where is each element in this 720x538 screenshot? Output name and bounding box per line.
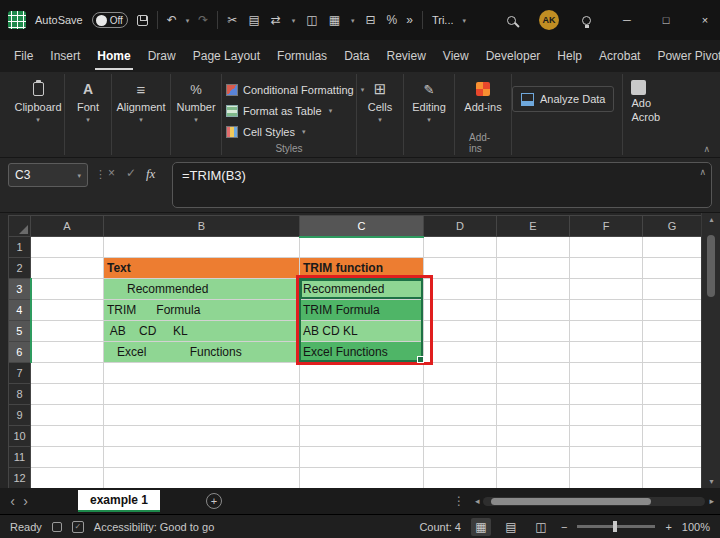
cell-A9[interactable] — [31, 405, 104, 426]
row-header-6[interactable]: 6 — [9, 342, 31, 363]
tab-page-layout[interactable]: Page Layout — [193, 49, 260, 63]
zoom-level[interactable]: 100% — [682, 521, 710, 533]
tab-developer[interactable]: Developer — [486, 49, 541, 63]
cell-C1[interactable] — [300, 237, 424, 258]
vertical-scrollbar-thumb[interactable] — [707, 235, 715, 297]
row-header-11[interactable]: 11 — [9, 447, 31, 468]
cell-F12[interactable] — [570, 468, 643, 489]
clipboard-group-button[interactable]: Clipboard ▾ — [12, 72, 64, 157]
analyze-data-button[interactable]: Analyze Data — [512, 86, 614, 112]
cell-E8[interactable] — [497, 384, 570, 405]
cell-G10[interactable] — [643, 426, 702, 447]
undo-icon[interactable]: ↶ — [167, 14, 177, 26]
close-button[interactable]: × — [690, 0, 720, 40]
cell-G4[interactable] — [643, 300, 702, 321]
fill-handle[interactable] — [417, 356, 424, 363]
alignment-group-button[interactable]: ≡ Alignment ▾ — [112, 72, 170, 157]
avatar[interactable]: AK — [539, 10, 559, 30]
cell-E9[interactable] — [497, 405, 570, 426]
column-header-A[interactable]: A — [31, 216, 104, 237]
cell-G7[interactable] — [643, 363, 702, 384]
horizontal-scrollbar[interactable]: ◂ ▸ — [475, 496, 714, 506]
cell-G3[interactable] — [643, 279, 702, 300]
column-header-E[interactable]: E — [497, 216, 570, 237]
tab-power-pivot[interactable]: Power Pivot — [657, 49, 720, 63]
macro-record-icon[interactable] — [52, 522, 62, 532]
scroll-right-icon[interactable]: ▸ — [709, 496, 714, 506]
cell-F5[interactable] — [570, 321, 643, 342]
cell-G6[interactable] — [643, 342, 702, 363]
scroll-up-icon[interactable]: ▴ — [702, 215, 720, 224]
page-break-view-icon[interactable]: ◫ — [531, 518, 551, 536]
accessibility-status[interactable]: Accessibility: Good to go — [94, 521, 214, 533]
cell-A12[interactable] — [31, 468, 104, 489]
tab-review[interactable]: Review — [386, 49, 425, 63]
cell-D10[interactable] — [424, 426, 497, 447]
row-header-3[interactable]: 3 — [9, 279, 31, 300]
lightbulb-icon[interactable] — [582, 16, 591, 25]
cell-G5[interactable] — [643, 321, 702, 342]
cell-C11[interactable] — [300, 447, 424, 468]
formula-input[interactable]: =TRIM(B3) — [172, 162, 712, 208]
qat-overflow-icon[interactable]: » — [406, 14, 413, 26]
tab-acrobat[interactable]: Acrobat — [599, 49, 640, 63]
tab-file[interactable]: File — [14, 49, 33, 63]
collapse-ribbon-icon[interactable]: ∧ — [703, 144, 710, 154]
scroll-left-icon[interactable]: ◂ — [475, 496, 480, 506]
cell-A8[interactable] — [31, 384, 104, 405]
number-group-button[interactable]: % Number ▾ — [171, 72, 221, 157]
cell-E7[interactable] — [497, 363, 570, 384]
qat-caret-icon[interactable]: ▾ — [351, 17, 355, 24]
cell-F8[interactable] — [570, 384, 643, 405]
cell-E3[interactable] — [497, 279, 570, 300]
sheet-tab-example-1[interactable]: example 1 — [78, 490, 160, 512]
excel-logo-icon[interactable] — [8, 11, 26, 29]
zoom-slider-thumb[interactable] — [613, 521, 617, 532]
cell-A2[interactable] — [31, 258, 104, 279]
editing-group-button[interactable]: ✎ Editing ▾ — [404, 72, 454, 157]
cell-D4[interactable] — [424, 300, 497, 321]
formula-bar-collapse-icon[interactable]: ∧ — [699, 167, 706, 177]
row-header-12[interactable]: 12 — [9, 468, 31, 489]
cell-C7[interactable] — [300, 363, 424, 384]
adobe-acrobat-group-button[interactable]: Ado Acrob — [623, 72, 667, 157]
autosave-toggle[interactable]: Off — [92, 12, 128, 28]
zoom-out-button[interactable]: − — [561, 521, 567, 533]
cell-D7[interactable] — [424, 363, 497, 384]
font-group-button[interactable]: A Font ▾ — [65, 72, 111, 157]
cell-B11[interactable] — [104, 447, 300, 468]
row-header-9[interactable]: 9 — [9, 405, 31, 426]
row-header-10[interactable]: 10 — [9, 426, 31, 447]
cell-F6[interactable] — [570, 342, 643, 363]
row-header-2[interactable]: 2 — [9, 258, 31, 279]
conditional-formatting-button[interactable]: Conditional Formatting▾ — [222, 79, 354, 100]
cell-B10[interactable] — [104, 426, 300, 447]
tab-home[interactable]: Home — [97, 49, 130, 63]
qat-icon-1[interactable]: ▤ — [248, 14, 259, 26]
cell-B4[interactable]: TRIM Formula — [104, 300, 300, 321]
qat-icon-0[interactable]: ✂ — [227, 14, 237, 26]
cell-B6[interactable]: Excel Functions — [104, 342, 300, 363]
cell-D11[interactable] — [424, 447, 497, 468]
save-icon[interactable] — [137, 15, 148, 26]
qat-icon-3[interactable]: ◫ — [306, 14, 317, 26]
search-icon[interactable] — [507, 16, 516, 25]
cell-F2[interactable] — [570, 258, 643, 279]
cell-A1[interactable] — [31, 237, 104, 258]
cell-B2[interactable]: Text — [104, 258, 300, 279]
cell-F4[interactable] — [570, 300, 643, 321]
cell-C10[interactable] — [300, 426, 424, 447]
tab-help[interactable]: Help — [557, 49, 582, 63]
cell-E11[interactable] — [497, 447, 570, 468]
cell-G1[interactable] — [643, 237, 702, 258]
document-title-dropdown-icon[interactable]: ▾ — [463, 17, 467, 24]
page-layout-view-icon[interactable]: ▤ — [501, 518, 521, 536]
zoom-in-button[interactable]: + — [665, 521, 671, 533]
add-sheet-button[interactable]: + — [206, 493, 222, 509]
cell-C9[interactable] — [300, 405, 424, 426]
cell-B8[interactable] — [104, 384, 300, 405]
cell-D6[interactable] — [424, 342, 497, 363]
cell-A3[interactable] — [31, 279, 104, 300]
cell-D5[interactable] — [424, 321, 497, 342]
cell-B1[interactable] — [104, 237, 300, 258]
